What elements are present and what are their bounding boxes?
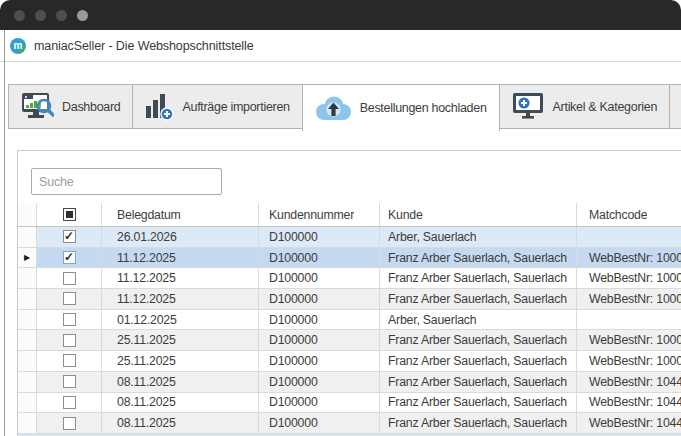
cell-kunde: Franz Arber Sauerlach, Sauerlach <box>380 393 577 413</box>
row-indicator-cell <box>18 413 37 433</box>
table-row[interactable]: 08.11.2025D100000Franz Arber Sauerlach, … <box>18 393 681 414</box>
upload-cloud-icon <box>315 96 352 121</box>
tab-bestellungen-hochladen[interactable]: Bestellungen hochladen <box>302 84 500 131</box>
table-row[interactable]: 11.12.2025D100000Franz Arber Sauerlach, … <box>18 268 681 289</box>
row-checkbox-cell <box>37 351 102 371</box>
cell-text: WebBestNr: 10002 <box>589 333 681 347</box>
cell-kunde: Franz Arber Sauerlach, Sauerlach <box>380 372 577 392</box>
tab-versand[interactable]: Vers <box>669 84 681 129</box>
row-checkbox-cell <box>37 248 102 268</box>
cell-kunde: Franz Arber Sauerlach, Sauerlach <box>380 330 577 350</box>
cell-text: WebBestNr: 10448 <box>589 416 681 430</box>
cell-text: 25.11.2025 <box>117 354 176 368</box>
row-indicator-cell <box>18 393 37 413</box>
cell-matchcode: WebBestNr: 10448 <box>577 413 681 433</box>
cell-kundennummer: D100000 <box>259 413 380 433</box>
table-row[interactable]: 08.11.2025D100000Franz Arber Sauerlach, … <box>18 413 681 434</box>
app-title: maniacSeller - Die Webshopschnittstelle <box>34 39 254 53</box>
row-indicator-cell <box>18 330 37 350</box>
column-header-belegdatum[interactable]: Belegdatum <box>102 203 259 226</box>
row-checkbox[interactable] <box>63 354 76 367</box>
row-checkbox[interactable] <box>63 292 76 305</box>
orders-table: Belegdatum Kundennummer Kunde Matchcode … <box>18 203 681 436</box>
cell-text: D100000 <box>269 313 318 327</box>
select-all-checkbox[interactable] <box>63 208 76 221</box>
table-row[interactable]: 25.11.2025D100000Franz Arber Sauerlach, … <box>18 330 681 351</box>
table-row[interactable]: 11.12.2025D100000Franz Arber Sauerlach, … <box>18 289 681 310</box>
cell-text: D100000 <box>269 292 318 306</box>
search-input[interactable] <box>31 168 222 195</box>
cell-kunde: Franz Arber Sauerlach, Sauerlach <box>380 351 577 371</box>
cell-text: WebBestNr: 10445 <box>589 375 681 389</box>
cell-matchcode: WebBestNr: 10445 <box>577 372 681 392</box>
maniacseller-logo-icon: m <box>10 38 26 54</box>
cell-text: 08.11.2025 <box>117 416 176 430</box>
column-header-kundennummer[interactable]: Kundennummer <box>259 203 380 226</box>
cell-text: D100000 <box>269 354 318 368</box>
cell-matchcode: WebBestNr: 10007 <box>577 289 681 309</box>
row-checkbox-cell <box>37 227 102 247</box>
window-dot-4[interactable] <box>77 10 88 21</box>
tab-artikel-kategorien[interactable]: Artikel & Kategorien <box>499 84 670 129</box>
table-row[interactable]: 01.12.2025D100000Arber, Sauerlach <box>18 310 681 331</box>
cell-text: WebBestNr: 10007 <box>589 292 681 306</box>
cell-kundennummer: D100000 <box>259 351 380 371</box>
table-row[interactable]: 25.11.2025D100000Franz Arber Sauerlach, … <box>18 351 681 372</box>
window-dot-1[interactable] <box>14 10 25 21</box>
cell-text: Franz Arber Sauerlach, Sauerlach <box>388 375 567 389</box>
row-indicator-cell <box>18 268 37 288</box>
row-checkbox-cell <box>37 268 102 288</box>
row-indicator-cell <box>18 372 37 392</box>
cell-text: D100000 <box>269 333 318 347</box>
tab-auftraege-importieren[interactable]: Aufträge importieren <box>132 84 302 129</box>
cell-kundennummer: D100000 <box>259 248 380 268</box>
row-checkbox-cell <box>37 393 102 413</box>
window-dot-3[interactable] <box>56 10 67 21</box>
row-checkbox-cell <box>37 310 102 330</box>
row-checkbox[interactable] <box>63 334 76 347</box>
column-header-matchcode[interactable]: Matchcode <box>577 203 681 226</box>
row-checkbox[interactable] <box>63 272 76 285</box>
column-header-label: Kundennummer <box>269 208 354 222</box>
column-header-label: Belegdatum <box>117 208 181 222</box>
window-left-border <box>4 30 5 436</box>
window-titlebar-dark <box>0 0 681 30</box>
cell-text: Arber, Sauerlach <box>388 230 476 244</box>
cell-matchcode: WebBestNr: 10000 <box>577 351 681 371</box>
cell-text: 11.12.2025 <box>117 292 176 306</box>
row-checkbox-cell <box>37 413 102 433</box>
row-checkbox-cell <box>37 330 102 350</box>
cell-text: WebBestNr: 10007 <box>589 251 681 265</box>
tab-dashboard[interactable]: Dashboard <box>8 84 133 129</box>
cell-matchcode: WebBestNr: 10447 <box>577 393 681 413</box>
cell-belegdatum: 08.11.2025 <box>102 413 259 433</box>
cell-kundennummer: D100000 <box>259 330 380 350</box>
row-indicator-cell <box>18 351 37 371</box>
cell-kundennummer: D100000 <box>259 227 380 247</box>
row-checkbox[interactable] <box>63 251 76 264</box>
current-row-arrow-icon: ▶ <box>24 254 30 262</box>
table-row[interactable]: ▶11.12.2025D100000Franz Arber Sauerlach,… <box>18 248 681 269</box>
table-row[interactable]: 08.11.2025D100000Franz Arber Sauerlach, … <box>18 372 681 393</box>
row-checkbox[interactable] <box>63 396 76 409</box>
cell-belegdatum: 01.12.2025 <box>102 310 259 330</box>
table-row[interactable]: 26.01.2026D100000Arber, Sauerlach <box>18 227 681 248</box>
cell-text: WebBestNr: 10007 <box>589 271 681 285</box>
window-dot-2[interactable] <box>35 10 46 21</box>
cell-matchcode: WebBestNr: 10002 <box>577 330 681 350</box>
row-checkbox[interactable] <box>63 230 76 243</box>
cell-kunde: Franz Arber Sauerlach, Sauerlach <box>380 248 577 268</box>
row-checkbox[interactable] <box>63 417 76 430</box>
cell-text: D100000 <box>269 416 318 430</box>
row-indicator-cell: ▶ <box>18 248 37 268</box>
column-header-kunde[interactable]: Kunde <box>380 203 577 226</box>
cell-text: 08.11.2025 <box>117 375 176 389</box>
cell-text: Franz Arber Sauerlach, Sauerlach <box>388 292 567 306</box>
cell-kunde: Arber, Sauerlach <box>380 227 577 247</box>
row-checkbox[interactable] <box>63 375 76 388</box>
row-checkbox[interactable] <box>63 313 76 326</box>
row-indicator-cell <box>18 310 37 330</box>
cell-kundennummer: D100000 <box>259 310 380 330</box>
cell-text: D100000 <box>269 375 318 389</box>
cell-kunde: Franz Arber Sauerlach, Sauerlach <box>380 289 577 309</box>
